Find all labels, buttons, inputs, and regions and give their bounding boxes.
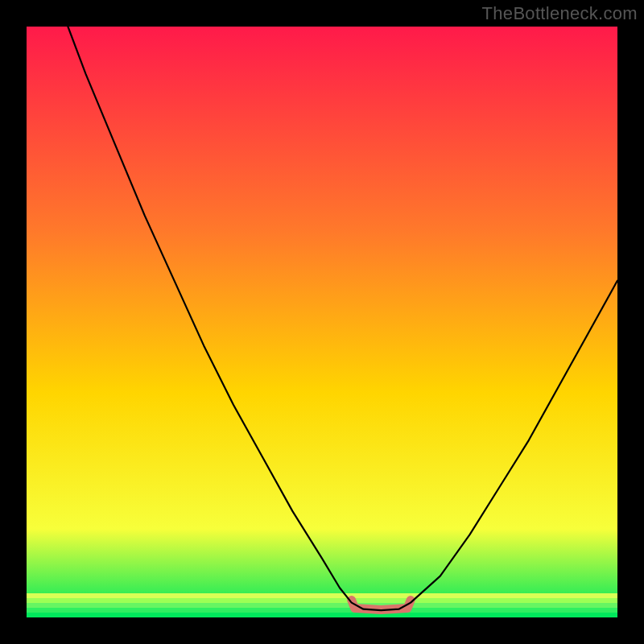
- gradient-band: [27, 593, 617, 598]
- gradient-background: [27, 27, 617, 617]
- bottom-bands: [27, 593, 617, 617]
- chart-frame: TheBottleneck.com: [0, 0, 644, 644]
- gradient-band: [27, 603, 617, 608]
- watermark-label: TheBottleneck.com: [482, 3, 638, 24]
- gradient-band: [27, 598, 617, 603]
- gradient-band: [27, 613, 617, 617]
- gradient-band: [27, 608, 617, 613]
- plot-svg: [27, 27, 617, 617]
- plot-area: [27, 27, 617, 617]
